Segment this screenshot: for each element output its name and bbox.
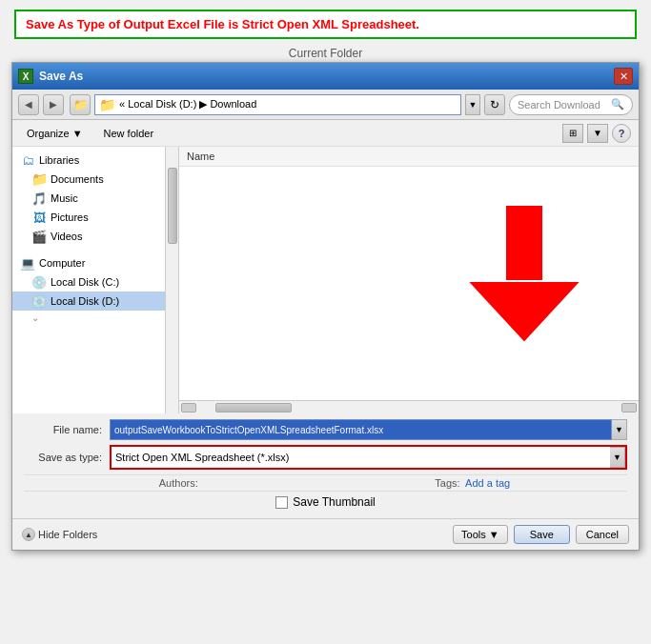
address-path[interactable]: 📁 « Local Disk (D:) ▶ Download [94, 94, 461, 115]
more-items: ⌄ [31, 312, 39, 323]
music-icon: 🎵 [31, 191, 47, 206]
organize-arrow: ▼ [72, 128, 83, 139]
hide-folders-label: Hide Folders [38, 529, 97, 540]
refresh-button[interactable]: ↻ [484, 94, 505, 115]
search-icon: 🔍 [611, 98, 624, 111]
tree-label-local-d: Local Disk (D:) [51, 295, 119, 307]
h-scroll-left [181, 403, 196, 413]
svg-rect-0 [505, 205, 543, 281]
main-layout: 🗂 Libraries 📁 Documents 🎵 Music 🖼 Pictur… [12, 147, 639, 413]
search-placeholder: Search Download [518, 99, 600, 111]
tree-label-pictures: Pictures [51, 211, 89, 223]
excel-icon: X [18, 69, 33, 84]
bottom-buttons-bar: ▲ Hide Folders Tools ▼ Save Cancel [12, 518, 639, 550]
tags-label: Tags: [435, 477, 459, 489]
filename-input[interactable] [110, 419, 612, 440]
scrollbar-thumb [168, 168, 177, 244]
tree-label-libraries: Libraries [39, 154, 79, 166]
view-button[interactable]: ⊞ [562, 124, 583, 143]
h-scroll-right [621, 403, 637, 413]
authors-label: Authors: [31, 477, 326, 489]
toolbar: Organize ▼ New folder ⊞ ▼ ? [12, 120, 639, 147]
tools-label: Tools [461, 529, 486, 540]
right-panel: Name ↖ [179, 147, 639, 413]
library-icon: 🗂 [20, 152, 35, 168]
video-icon: 🎬 [31, 229, 47, 244]
tree-item-documents[interactable]: 📁 Documents [12, 170, 165, 189]
current-folder-label: Current Folder [0, 47, 651, 60]
tools-arrow: ▼ [489, 529, 499, 540]
address-bar: ◀ ▶ 📁 📁 « Local Disk (D:) ▶ Download ▼ ↻… [12, 90, 639, 120]
savetype-input[interactable] [112, 447, 610, 468]
file-list-body: ↖ [179, 167, 639, 400]
authors-tags-row: Authors: Tags: Add a tag [24, 474, 627, 491]
red-arrow-annotation [467, 195, 581, 351]
up-button[interactable]: 📁 [70, 94, 91, 115]
folder-icon: 📁 [99, 97, 115, 112]
savetype-label: Save as type: [24, 452, 110, 463]
tree-label-local-c: Local Disk (C:) [51, 276, 119, 288]
tree-item-computer[interactable]: 💻 Computer [12, 253, 165, 272]
hide-folders-button[interactable]: ▲ Hide Folders [22, 528, 97, 541]
savetype-row: Save as type: ▼ [24, 445, 627, 470]
h-scroll-thumb [215, 403, 292, 413]
disk-d-icon: 💿 [31, 293, 47, 309]
tree-item-music[interactable]: 🎵 Music [12, 189, 165, 208]
thumbnail-label: Save Thumbnail [293, 495, 376, 509]
svg-marker-1 [467, 281, 581, 343]
tags-section: Tags: Add a tag [326, 477, 620, 489]
tools-button[interactable]: Tools ▼ [453, 525, 508, 544]
tree-content: 🗂 Libraries 📁 Documents 🎵 Music 🖼 Pictur… [12, 147, 165, 413]
disk-c-icon: 💿 [31, 274, 47, 290]
address-dropdown[interactable]: ▼ [465, 94, 480, 115]
tree-label-music: Music [51, 192, 78, 204]
filename-label: File name: [24, 424, 110, 435]
folder-icon: 📁 [31, 171, 47, 187]
filename-row: File name: ▼ [24, 419, 627, 440]
help-button[interactable]: ? [612, 124, 631, 143]
thumbnail-checkbox[interactable] [275, 496, 288, 509]
left-panel: 🗂 Libraries 📁 Documents 🎵 Music 🖼 Pictur… [12, 147, 179, 413]
search-box[interactable]: Search Download 🔍 [509, 94, 633, 115]
tree-item-more[interactable]: ⌄ [12, 311, 165, 325]
organize-button[interactable]: Organize ▼ [20, 125, 90, 142]
title-bar: X Save As ✕ [12, 63, 639, 90]
horizontal-scrollbar[interactable] [179, 400, 639, 413]
bottom-form: File name: ▼ Save as type: ▼ Authors: Ta… [12, 413, 639, 518]
tree-label-videos: Videos [51, 231, 82, 242]
thumbnail-row: Save Thumbnail [24, 491, 627, 513]
file-list-header: Name [179, 147, 639, 167]
add-tag-link[interactable]: Add a tag [465, 477, 510, 489]
tree-item-videos[interactable]: 🎬 Videos [12, 227, 165, 246]
vertical-scrollbar[interactable] [165, 147, 178, 413]
new-folder-button[interactable]: New folder [97, 125, 161, 142]
save-as-dialog: X Save As ✕ ◀ ▶ 📁 📁 « Local Disk (D:) ▶ … [11, 62, 640, 551]
cancel-button[interactable]: Cancel [576, 525, 629, 544]
address-path-text: « Local Disk (D:) ▶ Download [119, 98, 256, 111]
back-button[interactable]: ◀ [18, 94, 39, 115]
view-dropdown[interactable]: ▼ [587, 124, 608, 143]
save-button[interactable]: Save [514, 525, 570, 544]
savetype-dropdown[interactable]: ▼ [610, 447, 625, 468]
new-folder-label: New folder [104, 128, 154, 139]
tree-label-documents: Documents [51, 173, 104, 185]
hide-folders-arrow-icon: ▲ [22, 528, 35, 541]
close-button[interactable]: ✕ [614, 68, 633, 85]
organize-label: Organize [27, 128, 70, 139]
filename-dropdown[interactable]: ▼ [612, 419, 627, 440]
tree-item-local-d[interactable]: 💿 Local Disk (D:) [12, 292, 165, 311]
tree-item-libraries[interactable]: 🗂 Libraries [12, 151, 165, 170]
tree-item-local-c[interactable]: 💿 Local Disk (C:) [12, 272, 165, 292]
computer-icon: 💻 [20, 255, 35, 271]
forward-button[interactable]: ▶ [43, 94, 64, 115]
tree-label-computer: Computer [39, 257, 85, 269]
picture-icon: 🖼 [31, 210, 47, 225]
top-annotation: Save As Type of Output Excel File is Str… [14, 10, 637, 39]
tree-item-pictures[interactable]: 🖼 Pictures [12, 208, 165, 227]
name-column: Name [187, 151, 214, 162]
dialog-title: Save As [39, 70, 614, 83]
